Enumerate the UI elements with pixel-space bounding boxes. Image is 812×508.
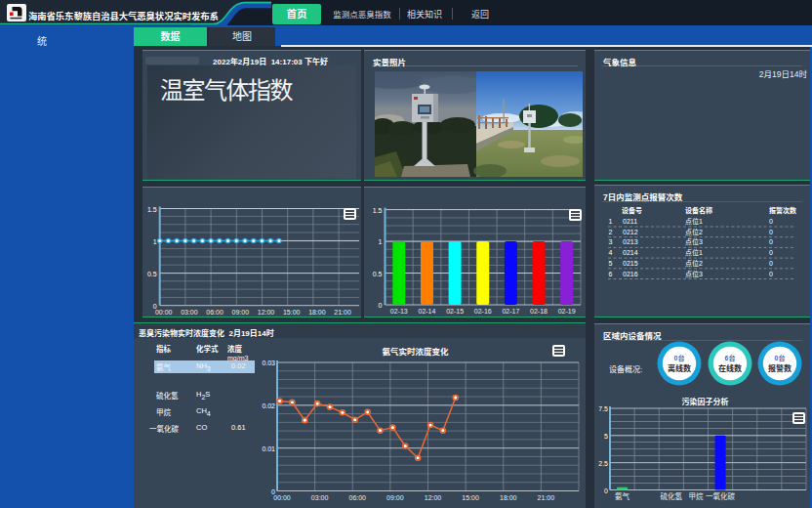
- svg-text:一氧化碳: 一氧化碳: [706, 491, 735, 501]
- svg-text:点位2: 点位2: [685, 259, 703, 268]
- svg-text:0: 0: [769, 238, 773, 245]
- svg-text:离线数: 离线数: [668, 363, 691, 373]
- svg-text:06:00: 06:00: [348, 494, 366, 501]
- svg-text:02-19: 02-19: [558, 308, 576, 315]
- svg-text:6台: 6台: [725, 354, 736, 362]
- svg-text:氨气: 氨气: [615, 491, 629, 501]
- svg-text:1: 1: [379, 238, 383, 245]
- svg-text:1: 1: [609, 218, 613, 225]
- svg-text:0: 0: [769, 271, 773, 277]
- svg-text:0: 0: [379, 302, 383, 309]
- svg-text:0: 0: [604, 487, 608, 494]
- svg-text:0: 0: [769, 229, 773, 235]
- svg-text:00:00: 00:00: [273, 494, 291, 501]
- svg-text:0215: 0215: [623, 260, 638, 267]
- svg-text:4: 4: [609, 249, 613, 256]
- svg-text:02-14: 02-14: [419, 308, 436, 315]
- svg-text:0211: 0211: [623, 218, 637, 225]
- svg-text:点位1: 点位1: [685, 248, 703, 257]
- svg-text:3: 3: [609, 238, 613, 245]
- svg-text:甲烷: 甲烷: [688, 491, 703, 501]
- svg-text:0台: 0台: [674, 354, 685, 362]
- svg-text:点位2: 点位2: [685, 228, 703, 236]
- svg-text:02-13: 02-13: [390, 308, 408, 315]
- svg-text:0: 0: [769, 260, 773, 267]
- svg-text:1.5: 1.5: [147, 206, 157, 213]
- svg-text:21:00: 21:00: [538, 494, 555, 501]
- svg-text:0.02: 0.02: [262, 402, 275, 409]
- svg-text:0214: 0214: [623, 249, 638, 256]
- svg-text:21:00: 21:00: [334, 309, 351, 316]
- svg-text:5: 5: [609, 260, 613, 267]
- svg-text:点位1: 点位1: [685, 217, 703, 226]
- svg-text:09:00: 09:00: [232, 309, 250, 316]
- svg-text:硫化氢: 硫化氢: [661, 491, 683, 501]
- svg-text:0: 0: [769, 249, 773, 256]
- svg-text:在线数: 在线数: [718, 363, 742, 373]
- svg-text:0.01: 0.01: [262, 445, 275, 452]
- svg-text:设备号: 设备号: [622, 206, 642, 215]
- svg-text:6: 6: [609, 271, 613, 277]
- svg-text:0: 0: [769, 218, 773, 225]
- svg-text:18:00: 18:00: [500, 494, 517, 501]
- svg-text:02-15: 02-15: [446, 308, 464, 315]
- svg-text:02-18: 02-18: [530, 308, 548, 315]
- svg-text:2: 2: [609, 229, 613, 235]
- svg-text:00:00: 00:00: [155, 309, 173, 316]
- svg-text:0.03: 0.03: [262, 360, 275, 366]
- svg-text:02-16: 02-16: [474, 308, 492, 315]
- svg-text:设备名称: 设备名称: [685, 206, 712, 215]
- svg-text:0台: 0台: [775, 354, 786, 362]
- svg-text:03:00: 03:00: [181, 309, 198, 316]
- svg-text:0213: 0213: [623, 238, 638, 245]
- svg-text:12:00: 12:00: [425, 494, 442, 501]
- svg-text:0216: 0216: [623, 271, 638, 277]
- svg-text:06:00: 06:00: [206, 309, 223, 316]
- svg-text:0.5: 0.5: [147, 271, 157, 277]
- svg-text:15:00: 15:00: [283, 309, 301, 316]
- svg-text:报警次数: 报警次数: [769, 206, 796, 215]
- svg-text:02-17: 02-17: [502, 308, 519, 315]
- svg-text:03:00: 03:00: [311, 494, 329, 501]
- svg-text:0.5: 0.5: [373, 271, 383, 277]
- svg-text:5: 5: [604, 433, 608, 440]
- svg-text:1: 1: [153, 238, 157, 245]
- svg-text:0212: 0212: [623, 229, 638, 235]
- svg-text:点位3: 点位3: [685, 237, 703, 246]
- svg-text:1.5: 1.5: [373, 207, 383, 214]
- svg-text:2.5: 2.5: [598, 460, 608, 467]
- svg-text:15:00: 15:00: [462, 494, 479, 501]
- svg-text:18:00: 18:00: [308, 309, 326, 316]
- svg-text:09:00: 09:00: [386, 494, 404, 501]
- svg-text:报警数: 报警数: [768, 363, 792, 373]
- svg-text:点位3: 点位3: [685, 270, 703, 278]
- svg-text:12:00: 12:00: [258, 309, 275, 316]
